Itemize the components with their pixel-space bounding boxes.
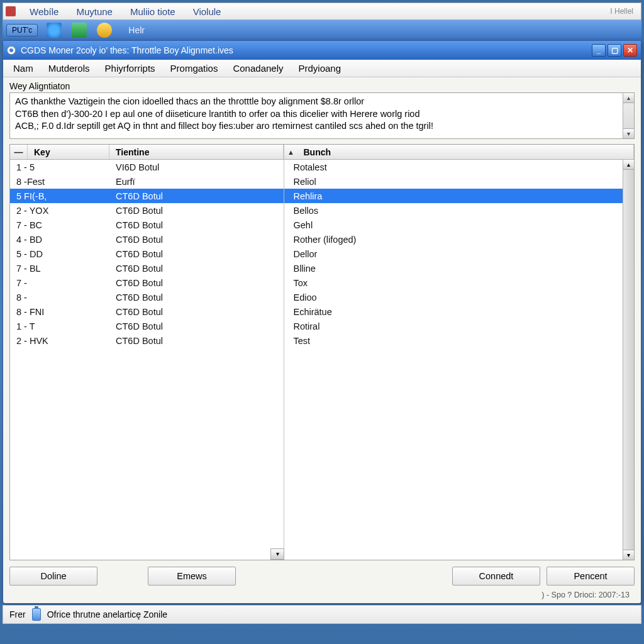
table-row[interactable]: Rehlira: [284, 189, 634, 203]
list-panel: — Key Tientine 1 - 5VI6D Botul8 -FestEur…: [9, 144, 635, 560]
connedt-button[interactable]: Connedt: [452, 567, 540, 586]
cell-bunch: Tox: [284, 278, 634, 288]
menu-item[interactable]: Phiyrforripts: [97, 62, 163, 75]
window-title: CGDS Moner 2coly io' thes: Throttle Boy …: [21, 45, 592, 55]
column-header-key[interactable]: Key: [28, 145, 109, 159]
table-row[interactable]: Rother (lifoged): [284, 232, 634, 247]
table-row[interactable]: 5 - DDCT6D Botul: [10, 247, 284, 261]
cell-tientine: CT6D Botul: [109, 235, 284, 245]
cell-tientine: CT6D Botul: [109, 292, 284, 303]
cell-bunch: Rother (lifoged): [284, 235, 634, 245]
table-row[interactable]: 7 - BCCT6D Botul: [10, 218, 284, 232]
sort-indicator-icon[interactable]: ▲: [284, 145, 297, 159]
top-right-label: I Hellel: [610, 7, 638, 16]
scroll-down-icon[interactable]: ▾: [623, 550, 634, 560]
table-row[interactable]: 5 FI(-B,CT6D Botul: [10, 189, 284, 203]
top-menu-item[interactable]: Webíle: [21, 5, 67, 18]
menu-item[interactable]: Prdyioang: [291, 62, 349, 75]
table-row[interactable]: 7 - BLCT6D Botul: [10, 261, 284, 275]
emews-button[interactable]: Emews: [148, 567, 236, 586]
cell-key: 5 - DD: [10, 249, 109, 259]
menu-item[interactable]: Conadanely: [225, 62, 291, 75]
pencent-button[interactable]: Pencent: [547, 567, 635, 586]
cell-key: 5 FI(-B,: [10, 191, 109, 201]
description-label: Wey Aligntiaton: [9, 81, 635, 91]
window-title-icon: [7, 46, 16, 55]
scroll-up-icon[interactable]: ▴: [623, 93, 634, 103]
toolbar-globe-icon[interactable]: [47, 23, 62, 38]
table-row[interactable]: Tox: [284, 275, 634, 290]
window-controls: _ ▢ ✕: [592, 44, 637, 57]
list-right-header: ▲ Bunch: [284, 145, 634, 160]
os-toolbar: PUT'c Helr: [3, 20, 641, 40]
status-text: Ofrice thrutne anelarticę Zonile: [47, 609, 167, 619]
cell-bunch: Rotiral: [284, 321, 634, 331]
table-row[interactable]: 8 - FNICT6D Botul: [10, 304, 284, 319]
table-row[interactable]: Rotiral: [284, 319, 634, 333]
toolbar-help-label[interactable]: Helr: [128, 25, 145, 35]
menu-item[interactable]: Promgatios: [163, 62, 226, 75]
button-row: Doline Emews Connedt Pencent: [9, 560, 635, 588]
doline-button[interactable]: Doline: [9, 567, 97, 586]
menu-item[interactable]: Mutderols: [41, 62, 97, 75]
table-row[interactable]: 2 - HVKCT6D Botul: [10, 333, 284, 348]
menu-item[interactable]: Nam: [6, 62, 41, 75]
cell-key: 1 - 5: [10, 162, 109, 172]
list-left-column: — Key Tientine 1 - 5VI6D Botul8 -FestEur…: [10, 145, 284, 560]
cell-bunch: Test: [284, 336, 634, 346]
table-row[interactable]: 1 - TCT6D Botul: [10, 319, 284, 333]
table-row[interactable]: Rotalest: [284, 160, 634, 174]
top-menu-item[interactable]: Violule: [184, 5, 230, 18]
table-row[interactable]: Reliol: [284, 174, 634, 189]
cell-bunch: Edioo: [284, 292, 634, 303]
left-column-scroll-down-icon[interactable]: ▾: [270, 548, 284, 560]
window-maximize-button[interactable]: ▢: [608, 44, 621, 57]
toolbar-left-button[interactable]: PUT'c: [6, 24, 38, 36]
table-row[interactable]: Dellor: [284, 247, 634, 261]
table-row[interactable]: Echirätue: [284, 304, 634, 319]
cell-tientine: CT6D Botul: [109, 206, 284, 216]
column-header-tientine[interactable]: Tientine: [109, 145, 284, 159]
table-row[interactable]: 4 - BDCT6D Botul: [10, 232, 284, 247]
description-textbox[interactable]: AG thankthe Vaztigein the cion idoelled …: [9, 92, 635, 139]
table-row[interactable]: 8 -FestEurfï: [10, 174, 284, 189]
table-row[interactable]: Blline: [284, 261, 634, 275]
window-content: Wey Aligntiaton AG thankthe Vaztigein th…: [3, 77, 641, 603]
cell-key: 8 -: [10, 292, 109, 303]
description-scrollbar[interactable]: ▴ ▾: [623, 93, 634, 138]
expand-all-toggle[interactable]: —: [10, 145, 28, 159]
cell-bunch: Blline: [284, 264, 634, 274]
table-row[interactable]: 2 - YOXCT6D Botul: [10, 203, 284, 218]
table-row[interactable]: Edioo: [284, 290, 634, 304]
cell-tientine: CT6D Botul: [109, 307, 284, 317]
window-close-button[interactable]: ✕: [623, 44, 637, 57]
toolbar-tool-icon[interactable]: [72, 23, 87, 38]
description-line: AG thankthe Vaztigein the cion idoelled …: [15, 96, 629, 108]
window-titlebar[interactable]: CGDS Moner 2coly io' thes: Throttle Boy …: [3, 41, 641, 60]
top-menu-item[interactable]: Muytune: [67, 5, 121, 18]
table-row[interactable]: Bellos: [284, 203, 634, 218]
cell-key: 1 - T: [10, 321, 109, 331]
scroll-up-icon[interactable]: ▴: [623, 160, 634, 170]
cell-tientine: CT6D Botul: [109, 191, 284, 201]
table-row[interactable]: Test: [284, 333, 634, 348]
column-header-bunch[interactable]: Bunch: [297, 145, 634, 159]
cell-key: 8 - FNI: [10, 307, 109, 317]
list-vertical-scrollbar[interactable]: ▴ ▾: [623, 160, 634, 560]
window-minimize-button[interactable]: _: [592, 44, 606, 57]
cell-bunch: Echirätue: [284, 307, 634, 317]
cell-key: 8 -Fest: [10, 177, 109, 187]
table-row[interactable]: 8 -CT6D Botul: [10, 290, 284, 304]
top-menu-item[interactable]: Muliio tiote: [121, 5, 184, 18]
table-row[interactable]: Gehl: [284, 218, 634, 232]
cell-bunch: Rotalest: [284, 162, 634, 172]
window-menubar: Nam Mutderols Phiyrforripts Promgatios C…: [3, 60, 641, 77]
description-line: ACB,; F.0 d.Idr septill get AQ in thnt a…: [15, 120, 629, 133]
cell-tientine: CT6D Botul: [109, 249, 284, 259]
table-row[interactable]: 1 - 5VI6D Botul: [10, 160, 284, 174]
description-line: CT6B then d')-300-20 I ep aul one of dii…: [15, 108, 629, 121]
table-row[interactable]: 7 -CT6D Botul: [10, 275, 284, 290]
cell-bunch: Dellor: [284, 249, 634, 259]
scroll-down-icon[interactable]: ▾: [623, 128, 634, 138]
toolbar-disc-icon[interactable]: [97, 23, 112, 38]
